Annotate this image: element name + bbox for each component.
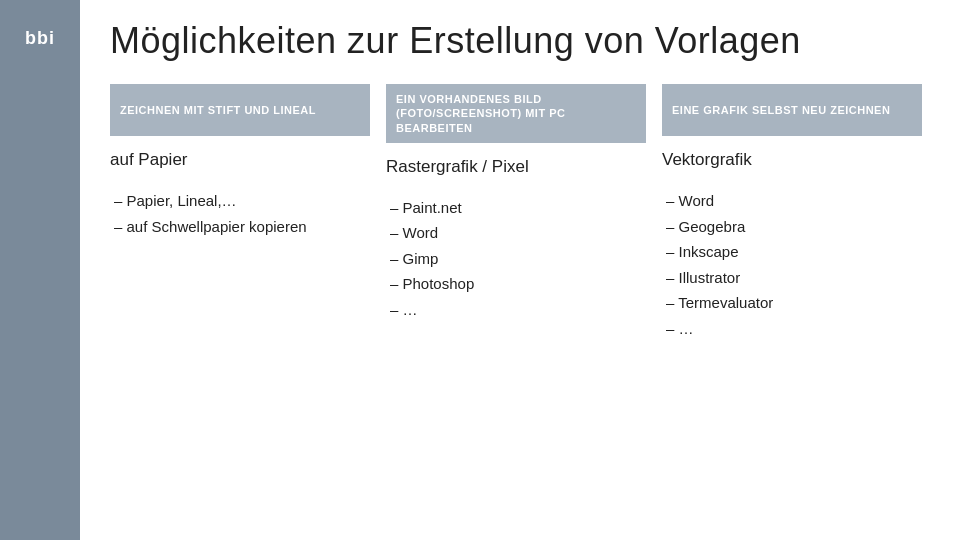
column-2-header: EIN VORHANDENES BILD (FOTO/SCREENSHOT) M… — [386, 84, 646, 143]
sidebar: bbi — [0, 0, 80, 540]
column-3-header: EINE GRAFIK SELBST NEU ZEICHNEN — [662, 84, 922, 136]
list-item: Papier, Lineal,… — [110, 188, 370, 214]
sidebar-label: bbi — [25, 28, 55, 49]
column-3-subheader: Vektorgrafik — [662, 150, 922, 170]
list-item: … — [386, 297, 646, 323]
columns-wrapper: ZEICHNEN MIT STIFT UND LINEAL auf Papier… — [110, 84, 930, 341]
list-item: Word — [662, 188, 922, 214]
page-title: Möglichkeiten zur Erstellung von Vorlage… — [110, 20, 930, 62]
column-1-subheader: auf Papier — [110, 150, 370, 170]
main-content: Möglichkeiten zur Erstellung von Vorlage… — [80, 0, 960, 540]
list-item: … — [662, 316, 922, 342]
column-3-list: Word Geogebra Inkscape Illustrator Terme… — [662, 188, 922, 341]
list-item: Illustrator — [662, 265, 922, 291]
column-1: ZEICHNEN MIT STIFT UND LINEAL auf Papier… — [110, 84, 378, 341]
list-item: auf Schwellpapier kopieren — [110, 214, 370, 240]
list-item: Geogebra — [662, 214, 922, 240]
column-2-subheader: Rastergrafik / Pixel — [386, 157, 646, 177]
list-item: Inkscape — [662, 239, 922, 265]
list-item: Termevaluator — [662, 290, 922, 316]
list-item: Paint.net — [386, 195, 646, 221]
list-item: Gimp — [386, 246, 646, 272]
list-item: Word — [386, 220, 646, 246]
column-1-header: ZEICHNEN MIT STIFT UND LINEAL — [110, 84, 370, 136]
list-item: Photoshop — [386, 271, 646, 297]
column-3: EINE GRAFIK SELBST NEU ZEICHNEN Vektorgr… — [662, 84, 930, 341]
column-1-list: Papier, Lineal,… auf Schwellpapier kopie… — [110, 188, 370, 239]
column-2: EIN VORHANDENES BILD (FOTO/SCREENSHOT) M… — [386, 84, 654, 341]
column-2-list: Paint.net Word Gimp Photoshop … — [386, 195, 646, 323]
